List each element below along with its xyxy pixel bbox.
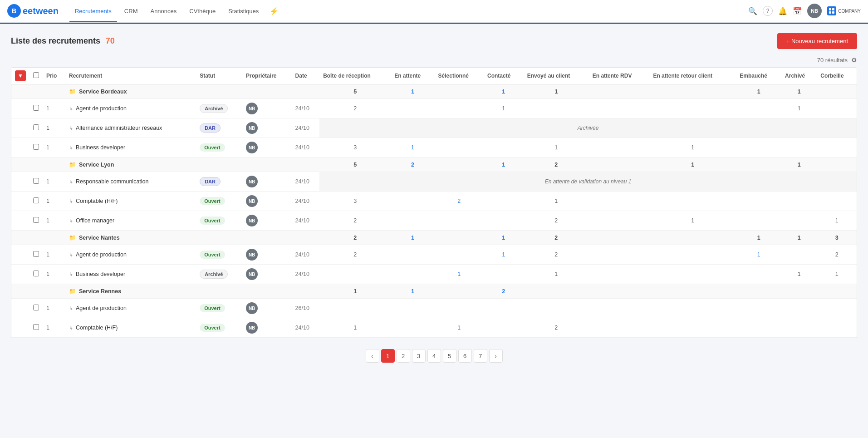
owner-avatar: NB [246, 322, 258, 334]
bell-icon[interactable]: 🔔 [778, 7, 787, 15]
num-cell [781, 299, 817, 318]
table-body: 📁 Service Bordeaux 5 1 1 1 1 1 1 ↳ [11, 84, 857, 338]
recrutement-name-text[interactable]: Comptable (H/F) [76, 198, 118, 204]
page-4-button[interactable]: 4 [427, 349, 441, 363]
num-cell[interactable]: 1 [484, 245, 524, 265]
status-badge[interactable]: Ouvert [200, 304, 225, 312]
new-recrutement-button[interactable]: + Nouveau recrutement [777, 33, 857, 49]
en-attente-header: En attente [391, 68, 434, 84]
row-checkbox[interactable] [33, 251, 39, 257]
recrutement-cell: ↳ Office manager [65, 211, 196, 231]
page-2-button[interactable]: 2 [397, 349, 410, 363]
num-cell [589, 299, 650, 318]
num-cell[interactable]: 1 [391, 138, 434, 157]
nav-recrutements[interactable]: Recrutements [69, 1, 117, 22]
num-cell[interactable]: 1 [391, 84, 434, 99]
calendar-icon[interactable]: 📅 [793, 7, 802, 15]
num-cell[interactable]: 2 [484, 284, 524, 299]
help-icon[interactable]: ? [763, 6, 773, 16]
num-cell [589, 84, 650, 99]
page-7-button[interactable]: 7 [474, 349, 487, 363]
recrutement-name-text[interactable]: Agent de production [76, 105, 127, 112]
status-badge[interactable]: DAR [200, 177, 221, 186]
recrutement-name-text[interactable]: Alternance administrateur réseaux [76, 125, 162, 131]
row-checkbox[interactable] [33, 105, 39, 111]
table-row: 1 ↳ Comptable (H/F) Ouvert NB 24/10 1 1 [11, 318, 857, 338]
nav-crm[interactable]: CRM [119, 1, 143, 22]
num-cell[interactable]: 1 [484, 231, 524, 245]
num-cell[interactable]: 1 [435, 318, 484, 338]
bolt-icon[interactable]: ⚡ [266, 3, 282, 19]
num-cell: 1 [524, 192, 589, 211]
num-cell[interactable]: 1 [391, 284, 434, 299]
row-checkbox-cell [29, 265, 43, 284]
num-cell [781, 138, 817, 157]
user-avatar[interactable]: NB [807, 4, 822, 18]
page-6-button[interactable]: 6 [458, 349, 472, 363]
num-cell [589, 157, 650, 172]
row-checkbox[interactable] [33, 178, 39, 184]
num-cell[interactable]: 1 [435, 265, 484, 284]
page-3-button[interactable]: 3 [412, 349, 426, 363]
row-checkbox[interactable] [33, 271, 39, 276]
row-checkbox[interactable] [33, 124, 39, 130]
logo-circle: B [7, 4, 21, 18]
search-icon[interactable]: 🔍 [748, 7, 757, 15]
page-1-button[interactable]: 1 [381, 349, 395, 363]
num-cell [736, 138, 781, 157]
logo[interactable]: B eetween [7, 4, 59, 18]
num-cell [817, 99, 857, 118]
statut-cell: Ouvert [196, 211, 242, 231]
nav-cvtheque[interactable]: CVthèque [184, 1, 221, 22]
settings-icon[interactable]: ⚙ [851, 56, 857, 64]
recrutement-name-text[interactable]: Business developer [76, 271, 125, 277]
nav-statistiques[interactable]: Statistiques [223, 1, 264, 22]
prev-page-button[interactable]: ‹ [366, 349, 379, 363]
owner-cell: NB [242, 172, 291, 192]
row-checkbox[interactable] [33, 197, 39, 203]
num-cell[interactable]: 1 [484, 157, 524, 172]
num-cell[interactable]: 1 [484, 99, 524, 118]
page-5-button[interactable]: 5 [443, 349, 456, 363]
status-badge[interactable]: Archivé [200, 270, 228, 279]
row-checkbox[interactable] [33, 144, 39, 150]
status-badge[interactable]: DAR [200, 123, 221, 133]
status-badge[interactable]: Archivé [200, 104, 228, 113]
filter-icon[interactable]: ▼ [15, 70, 26, 81]
recrutement-name-text[interactable]: Responsable communication [76, 178, 149, 185]
next-page-button[interactable]: › [489, 349, 503, 363]
recrutement-name-text[interactable]: Business developer [76, 144, 125, 151]
select-all-checkbox[interactable] [33, 72, 39, 78]
sub-arrow-icon: ↳ [69, 271, 73, 277]
num-cell [589, 138, 650, 157]
group-name-text: Service Bordeaux [79, 89, 127, 95]
num-cell [435, 231, 484, 245]
recrutement-name-text[interactable]: Office manager [76, 217, 114, 224]
num-cell[interactable]: 1 [484, 84, 524, 99]
status-badge[interactable]: Ouvert [200, 197, 225, 205]
num-cell [435, 157, 484, 172]
num-cell[interactable]: 2 [435, 192, 484, 211]
num-cell[interactable]: 1 [736, 245, 781, 265]
row-checkbox[interactable] [33, 305, 39, 310]
recrutement-name-text[interactable]: Comptable (H/F) [76, 325, 118, 331]
row-checkbox[interactable] [33, 217, 39, 223]
status-badge[interactable]: Ouvert [200, 143, 225, 152]
row-checkbox[interactable] [33, 324, 39, 330]
corbeille-header: Corbeille [817, 68, 857, 84]
status-badge[interactable]: Ouvert [200, 251, 225, 259]
date-cell: 24/10 [292, 192, 320, 211]
company-logo[interactable]: COMPANY [827, 6, 861, 15]
table-row: 1 ↳ Responsable communication DAR NB 24/… [11, 172, 857, 192]
nav-annonces[interactable]: Annonces [145, 1, 182, 22]
num-cell[interactable]: 2 [391, 157, 434, 172]
status-badge[interactable]: Ouvert [200, 217, 225, 225]
status-badge[interactable]: Ouvert [200, 324, 225, 332]
recrutement-name-text[interactable]: Agent de production [76, 251, 127, 258]
recrutement-name-text[interactable]: Agent de production [76, 305, 127, 311]
num-cell [781, 318, 817, 338]
num-cell[interactable]: 1 [391, 231, 434, 245]
num-cell [589, 192, 650, 211]
prio-cell: 1 [43, 245, 65, 265]
num-cell: 1 [736, 84, 781, 99]
